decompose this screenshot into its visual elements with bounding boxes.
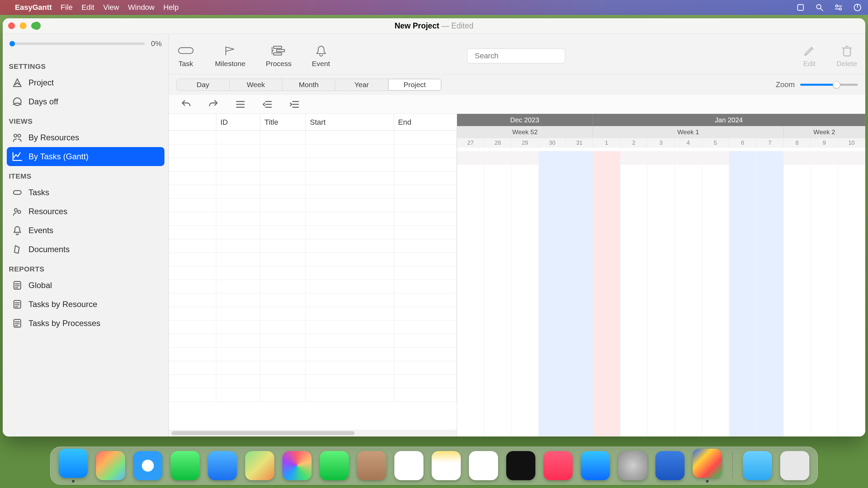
search-input[interactable] [475,52,568,60]
dock-app-launchpad[interactable] [96,451,125,480]
delete-button[interactable]: Delete [836,44,857,68]
dock-app-reminders[interactable] [394,451,423,480]
menubar-extra-icon[interactable] [796,3,805,12]
dock-downloads[interactable] [743,451,772,480]
dock-app-finder[interactable] [59,449,88,483]
sidebar-item-tasks-by-processes[interactable]: Tasks by Processes [7,314,164,333]
dock-app-appstore[interactable] [581,451,610,480]
table-row[interactable] [169,253,457,266]
table-row[interactable] [169,131,457,144]
timescale-day[interactable]: Day [177,79,230,90]
table-row[interactable] [169,158,457,171]
sidebar-item-resources[interactable]: Resources [7,202,164,221]
sidebar-item-by-tasks-gantt-[interactable]: By Tasks (Gantt) [7,147,164,166]
sidebar-item-project[interactable]: Project [7,73,164,92]
dock-app-keynote-like[interactable] [693,449,722,483]
search-field[interactable] [467,48,565,63]
col-title[interactable]: Title [260,114,306,130]
dock-app-messages[interactable] [171,451,200,480]
timescale-week[interactable]: Week [230,79,282,90]
table-row[interactable] [169,321,457,334]
indent-icon[interactable] [289,99,300,109]
dock-app-freeform[interactable] [469,451,498,480]
window-minimize-button[interactable] [20,22,26,29]
timescale-segmented-control[interactable]: DayWeekMonthYearProject [176,79,441,91]
list-view-icon[interactable] [235,99,246,109]
sidebar-item-events[interactable]: Events [7,221,164,240]
new-event-button[interactable]: Event [312,44,330,68]
dock-app-notes[interactable] [432,451,461,480]
gantt-day: 27 [457,138,484,148]
dock-trash[interactable] [780,451,809,480]
progress-thumb-icon[interactable] [9,41,15,46]
gantt-body[interactable] [457,151,865,436]
col-start[interactable]: Start [306,114,394,130]
menubar-app-name[interactable]: EasyGantt [15,3,52,12]
table-row[interactable] [169,199,457,212]
documents-icon [12,244,23,255]
sidebar-item-tasks[interactable]: Tasks [7,183,164,202]
col-blank[interactable] [169,114,216,130]
menu-file[interactable]: File [61,3,73,12]
table-row[interactable] [169,361,457,375]
col-end[interactable]: End [394,114,457,130]
section-settings-label: SETTINGS [7,56,164,73]
table-row[interactable] [169,348,457,361]
siri-or-power-icon[interactable] [853,3,862,12]
table-row[interactable] [169,266,457,280]
dock-app-appletv[interactable] [506,451,535,480]
dock-app-easygantt[interactable] [655,451,685,480]
sidebar-item-days-off[interactable]: Days off [7,92,164,111]
new-process-button[interactable]: Process [266,44,292,68]
table-row[interactable] [169,212,457,226]
timescale-month[interactable]: Month [282,79,335,90]
dock-app-photos[interactable] [282,451,312,480]
dock-app-maps[interactable] [245,451,274,480]
table-row[interactable] [169,388,457,402]
dock-app-music[interactable] [544,451,573,480]
dock-app-contacts[interactable] [357,451,386,480]
edit-button[interactable]: Edit [803,44,816,68]
menu-edit[interactable]: Edit [81,3,94,12]
sidebar-item-tasks-by-resource[interactable]: Tasks by Resource [7,295,164,314]
sidebar-item-global[interactable]: Global [7,276,164,295]
menu-view[interactable]: View [103,3,119,12]
table-row[interactable] [169,144,457,158]
zoom-slider[interactable] [800,84,858,86]
grid-horizontal-scrollbar[interactable] [169,430,457,436]
dock-app-safari[interactable] [133,451,162,480]
edit-button-label: Edit [803,60,815,68]
sidebar-item-by-resources[interactable]: By Resources [7,128,164,147]
table-row[interactable] [169,171,457,185]
new-milestone-button[interactable]: Milestone [215,44,245,68]
table-row[interactable] [169,226,457,239]
new-task-button[interactable]: Task [177,44,195,68]
table-row[interactable] [169,307,457,321]
menu-help[interactable]: Help [163,3,179,12]
zoom-thumb-icon[interactable] [833,81,840,88]
table-row[interactable] [169,375,457,388]
menu-window[interactable]: Window [128,3,155,12]
project-icon [12,77,23,88]
window-close-button[interactable] [8,22,15,29]
table-row[interactable] [169,293,457,307]
task-grid-body[interactable] [169,131,457,430]
timescale-year[interactable]: Year [335,79,388,90]
table-row[interactable] [169,185,457,199]
timescale-project[interactable]: Project [388,79,441,90]
control-center-icon[interactable] [834,3,843,12]
outdent-icon[interactable] [262,99,273,109]
spotlight-icon[interactable] [815,3,824,12]
table-row[interactable] [169,239,457,253]
progress-slider[interactable] [9,42,145,45]
table-row[interactable] [169,334,457,348]
col-id[interactable]: ID [216,114,260,130]
undo-icon[interactable] [180,99,192,109]
redo-icon[interactable] [208,99,219,109]
sidebar-item-label: Days off [28,97,58,106]
dock-app-settings[interactable] [618,451,647,480]
table-row[interactable] [169,280,457,293]
sidebar-item-documents[interactable]: Documents [7,240,164,259]
dock-app-facetime[interactable] [320,451,349,480]
dock-app-mail[interactable] [208,451,237,480]
